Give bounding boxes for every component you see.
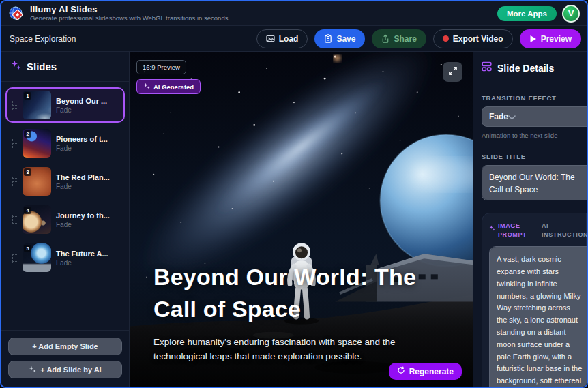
transition-select-value: Fade bbox=[489, 112, 508, 121]
slide-number-badge: 5 bbox=[24, 245, 31, 252]
preview-button[interactable]: Preview bbox=[520, 29, 581, 48]
slide-item-title: Pioneers of t... bbox=[56, 135, 108, 143]
slide-main-description: Explore humanity's enduring fascination … bbox=[153, 335, 423, 364]
play-icon bbox=[529, 35, 537, 43]
sparkles-icon bbox=[11, 60, 21, 73]
app-titles: Illumy AI Slides Generate professional s… bbox=[30, 5, 230, 23]
record-dot-icon bbox=[443, 35, 449, 42]
sparkles-icon bbox=[29, 365, 36, 374]
save-button-label: Save bbox=[336, 34, 355, 44]
toolbar: Space Exploration Load bbox=[1, 26, 587, 52]
slide-list: 1 Beyond Our ... Fade 2 Pioneers of t...… bbox=[1, 82, 129, 330]
slide-details-title: Slide Details bbox=[497, 63, 554, 74]
sparkle-icon bbox=[489, 223, 495, 233]
slide-title-input[interactable]: Beyond Our World: The Call of Space bbox=[482, 165, 587, 200]
app-title: Illumy AI Slides bbox=[30, 5, 230, 15]
slide-preview: 16:9 Preview AI Generated bbox=[130, 52, 473, 387]
image-prompt-textarea[interactable]: A vast, dark cosmic expanse with stars t… bbox=[489, 246, 587, 387]
app-header: Illumy AI Slides Generate professional s… bbox=[1, 1, 587, 26]
avatar[interactable]: V bbox=[562, 5, 580, 23]
slide-list-item-2[interactable]: 2 Pioneers of t... Fade bbox=[5, 125, 125, 161]
slide-item-transition: Fade bbox=[56, 183, 110, 190]
regenerate-button[interactable]: Regenerate bbox=[389, 363, 462, 380]
tab-ai-instructions-label: AI INSTRUCTIONS bbox=[542, 222, 577, 239]
chevron-down-icon bbox=[508, 110, 516, 123]
save-button[interactable]: Save bbox=[314, 29, 365, 48]
add-slide-by-ai-label: + Add Slide by AI bbox=[40, 365, 101, 374]
slide-item-title: Journey to th... bbox=[56, 211, 110, 220]
drag-handle-icon[interactable] bbox=[11, 138, 18, 148]
slide-thumbnail: 3 bbox=[23, 167, 51, 196]
load-button-label: Load bbox=[279, 34, 299, 44]
slide-number-badge: 3 bbox=[24, 168, 31, 176]
slide-item-title: The Red Plan... bbox=[56, 173, 110, 181]
slide-item-transition: Fade bbox=[56, 259, 108, 267]
drag-handle-icon[interactable] bbox=[11, 177, 18, 186]
slide-title-label: SLIDE TITLE bbox=[482, 153, 587, 160]
layout-icon bbox=[482, 61, 492, 74]
prompt-card: IMAGE PROMPT AI INSTRUCTIONS A vast, dar… bbox=[482, 213, 587, 387]
slide-item-title: Beyond Our ... bbox=[56, 97, 107, 105]
sidebar-footer: + Add Empty Slide + Add Slide by AI bbox=[1, 330, 129, 387]
preview-button-label: Preview bbox=[541, 34, 572, 44]
slide-list-item-5[interactable]: 5 The Future A... Fade bbox=[5, 240, 125, 275]
regenerate-button-label: Regenerate bbox=[409, 367, 454, 376]
app-window: Illumy AI Slides Generate professional s… bbox=[0, 0, 588, 388]
drag-handle-icon[interactable] bbox=[11, 100, 18, 110]
prompt-tabs: IMAGE PROMPT AI INSTRUCTIONS bbox=[489, 222, 586, 239]
slide-thumbnail: 5 bbox=[23, 243, 51, 272]
expand-icon bbox=[448, 66, 458, 78]
drag-handle-icon[interactable] bbox=[11, 215, 18, 224]
add-slide-by-ai-button[interactable]: + Add Slide by AI bbox=[8, 361, 122, 378]
add-empty-slide-label: + Add Empty Slide bbox=[32, 342, 98, 350]
ai-generated-badge-label: AI Generated bbox=[153, 83, 194, 91]
sparkles-icon bbox=[143, 83, 150, 91]
aspect-ratio-badge: 16:9 Preview bbox=[136, 60, 186, 74]
share-upload-icon bbox=[381, 34, 389, 43]
slide-item-transition: Fade bbox=[56, 221, 110, 228]
slide-text-overlay: Beyond Our World: The Call of Space Expl… bbox=[153, 261, 459, 364]
slide-thumbnail: 1 bbox=[23, 91, 51, 119]
project-name: Space Exploration bbox=[10, 34, 76, 44]
slide-number-badge: 2 bbox=[24, 130, 31, 138]
load-button[interactable]: Load bbox=[256, 29, 308, 48]
transition-hint: Animation to the next slide bbox=[482, 132, 587, 139]
slide-details-panel: Slide Details TRANSITION EFFECT Fade Ani… bbox=[473, 52, 587, 387]
transition-select[interactable]: Fade bbox=[482, 106, 587, 127]
slide-main-title: Beyond Our World: The Call of Space bbox=[153, 261, 433, 325]
share-button-label: Share bbox=[394, 34, 416, 44]
app-logo-icon bbox=[8, 5, 25, 22]
slide-list-item-1[interactable]: 1 Beyond Our ... Fade bbox=[5, 87, 125, 123]
slides-sidebar: Slides 1 Beyond Our ... Fade 2 bbox=[1, 52, 130, 387]
tab-image-prompt[interactable]: IMAGE PROMPT bbox=[489, 222, 533, 239]
slide-details-header: Slide Details bbox=[473, 52, 587, 83]
share-button[interactable]: Share bbox=[372, 29, 426, 48]
drag-handle-icon[interactable] bbox=[11, 253, 18, 263]
load-icon bbox=[266, 34, 275, 43]
slide-item-transition: Fade bbox=[56, 145, 108, 152]
slide-thumbnail: 4 bbox=[23, 205, 51, 234]
slide-item-transition: Fade bbox=[56, 106, 107, 114]
more-apps-button[interactable]: More Apps bbox=[497, 6, 557, 21]
slide-number-badge: 1 bbox=[24, 92, 31, 100]
slide-list-item-4[interactable]: 4 Journey to th... Fade bbox=[5, 202, 125, 237]
slide-list-item-3[interactable]: 3 The Red Plan... Fade bbox=[5, 164, 125, 199]
clipboard-icon bbox=[324, 34, 332, 43]
refresh-icon bbox=[397, 366, 405, 376]
transition-effect-label: TRANSITION EFFECT bbox=[482, 94, 587, 102]
slides-sidebar-title: Slides bbox=[27, 61, 57, 72]
slide-number-badge: 4 bbox=[24, 207, 31, 214]
ai-generated-badge[interactable]: AI Generated bbox=[136, 79, 201, 94]
export-video-button[interactable]: Export Video bbox=[433, 29, 513, 48]
add-empty-slide-button[interactable]: + Add Empty Slide bbox=[8, 338, 122, 355]
fullscreen-button[interactable] bbox=[443, 62, 462, 82]
slides-sidebar-header: Slides bbox=[1, 52, 129, 82]
app-subtitle: Generate professional slideshows with We… bbox=[30, 15, 230, 23]
slide-thumbnail: 2 bbox=[23, 129, 51, 158]
export-video-button-label: Export Video bbox=[453, 34, 503, 44]
tab-image-prompt-label: IMAGE PROMPT bbox=[498, 222, 533, 239]
slide-item-title: The Future A... bbox=[56, 250, 108, 258]
tab-ai-instructions[interactable]: AI INSTRUCTIONS bbox=[542, 222, 577, 239]
